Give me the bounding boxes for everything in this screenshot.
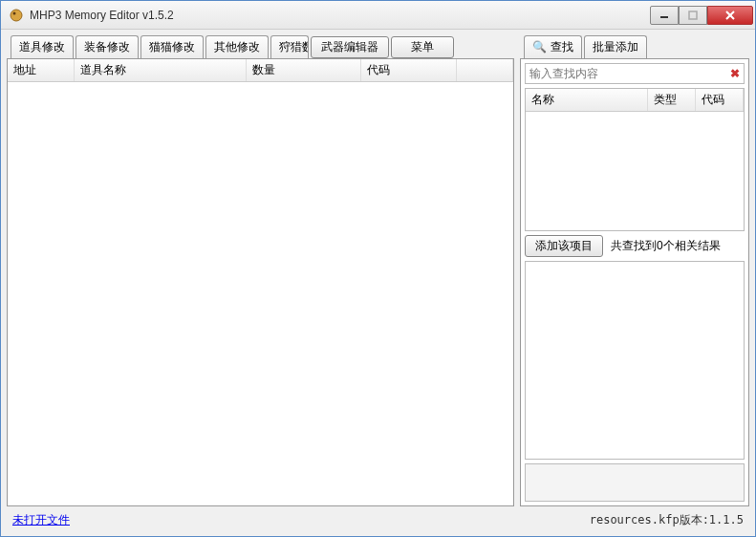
left-pane: 道具修改 装备修改 猫猫修改 其他修改 狩猎数 武器编辑器 菜单 地址 道具名称… [7,35,514,506]
result-summary: 共查找到0个相关结果 [611,238,721,254]
tab-batch-add[interactable]: 批量添加 [584,35,647,58]
col-result-type[interactable]: 类型 [648,89,696,111]
window-title: MHP3 Memory Editor v1.5.2 [30,9,650,22]
grid-header: 地址 道具名称 数量 代码 [8,59,513,82]
col-result-code[interactable]: 代码 [696,89,744,111]
status-bar: 未打开文件 resources.kfp版本:1.1.5 [7,510,749,530]
menu-button[interactable]: 菜单 [391,36,454,58]
search-results-grid[interactable]: 名称 类型 代码 [525,88,745,231]
tab-search[interactable]: 🔍查找 [524,35,582,58]
item-grid[interactable]: 地址 道具名称 数量 代码 [7,58,514,506]
results-header: 名称 类型 代码 [526,89,744,112]
col-address[interactable]: 地址 [8,59,75,81]
search-field-wrap: ✖ [525,63,745,84]
tab-search-label: 查找 [551,40,573,54]
preview-box [525,463,745,502]
minimize-button[interactable] [650,6,679,25]
tab-cats[interactable]: 猫猫修改 [140,35,204,58]
tab-items[interactable]: 道具修改 [11,35,74,58]
tab-weapon-editor[interactable]: 武器编辑器 [311,36,389,58]
add-item-button[interactable]: 添加该项目 [525,235,603,257]
title-bar[interactable]: MHP3 Memory Editor v1.5.2 [1,1,755,30]
tab-equipment[interactable]: 装备修改 [76,35,139,58]
svg-rect-3 [689,11,697,19]
svg-point-0 [11,10,22,21]
col-spacer [457,59,513,81]
client-area: 道具修改 装备修改 猫猫修改 其他修改 狩猎数 武器编辑器 菜单 地址 道具名称… [1,30,755,536]
tab-hunts[interactable]: 狩猎数 [270,35,309,58]
maximize-button[interactable] [679,6,707,25]
search-input[interactable] [526,64,726,83]
col-quantity[interactable]: 数量 [247,59,361,81]
right-tabs: 🔍查找 批量添加 [520,35,749,58]
add-row: 添加该项目 共查找到0个相关结果 [525,235,745,257]
col-result-name[interactable]: 名称 [526,89,648,111]
details-box[interactable] [525,261,745,460]
open-file-link[interactable]: 未打开文件 [12,512,70,528]
clear-search-icon[interactable]: ✖ [726,67,744,80]
app-icon [9,8,24,23]
app-window: MHP3 Memory Editor v1.5.2 道具修改 装备修改 猫猫修改… [0,0,756,537]
close-button[interactable] [707,6,753,25]
col-code[interactable]: 代码 [361,59,457,81]
search-panel: ✖ 名称 类型 代码 添加该项目 共查找到0个相关结果 [520,58,749,506]
svg-point-1 [13,11,16,14]
resource-version: resources.kfp版本:1.1.5 [590,512,744,528]
col-item-name[interactable]: 道具名称 [75,59,247,81]
right-pane: 🔍查找 批量添加 ✖ 名称 类型 代码 [520,35,749,506]
window-controls [650,6,753,25]
search-icon: 🔍 [532,40,547,54]
left-tabs: 道具修改 装备修改 猫猫修改 其他修改 狩猎数 武器编辑器 菜单 [7,35,514,58]
main-row: 道具修改 装备修改 猫猫修改 其他修改 狩猎数 武器编辑器 菜单 地址 道具名称… [7,35,749,506]
tab-other[interactable]: 其他修改 [205,35,269,58]
